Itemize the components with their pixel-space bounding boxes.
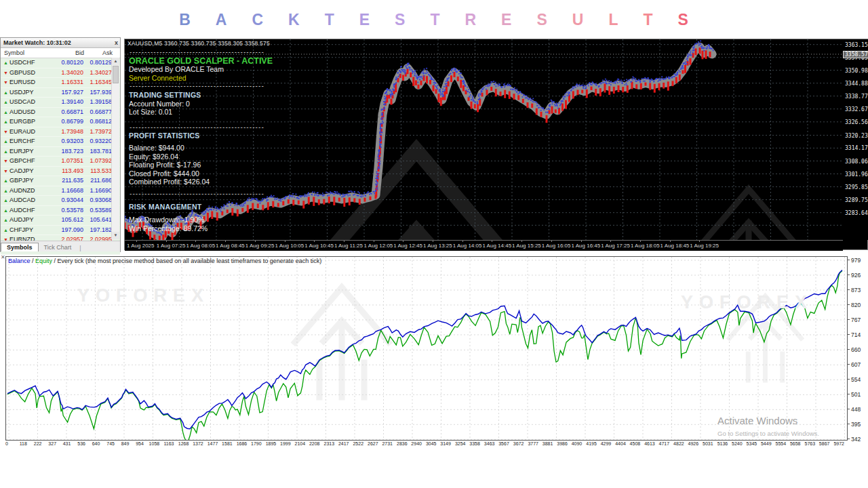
price-axis-label: 3314.17 [845, 145, 868, 151]
time-axis-label: 1 Aug 10:05 [275, 243, 304, 249]
ask-cell: 197.182 [83, 226, 113, 235]
market-watch-panel: Market Watch: 10:31:02 x Symbol Bid Ask … [0, 37, 121, 252]
price-axis-label: 3320.23 [845, 133, 868, 139]
bid-cell: 0.86799 [52, 117, 83, 127]
tester-x-label: 1477 [208, 441, 218, 446]
ea-title: ORACLE GOLD SCALPER - ACTIVE [129, 57, 273, 66]
price-chart-plot[interactable]: XAUUSD,M5 3360.735 3360.735 3358.305 335… [125, 39, 844, 240]
tester-y-label: 714 [851, 331, 861, 338]
ea-overlay-line: Closed Profit: $444.00 [129, 169, 273, 178]
tester-x-label: 4926 [688, 441, 698, 446]
table-row[interactable]: ▲AUDNZD1.166681.16690 [1, 186, 120, 197]
column-ask[interactable]: Ask [84, 48, 114, 58]
tester-x-label: 2731 [382, 441, 393, 446]
column-symbol[interactable]: Symbol [1, 48, 53, 58]
table-row[interactable]: ▼GBPCHF1.073511.07392 [1, 157, 120, 167]
tester-plot[interactable]: Balance / Equity / Every tick (the most … [5, 256, 848, 441]
scrollbar-thumb[interactable] [113, 66, 119, 83]
tester-x-label: 4508 [630, 441, 641, 446]
table-row[interactable]: ▲EURJPY183.723183.781 [1, 147, 120, 157]
arrow-down-icon: ▼ [3, 167, 9, 176]
ea-overlay-line: Balance: $944.00 [129, 144, 273, 152]
table-row[interactable]: ▲GBPJPY211.635211.686 [1, 176, 120, 186]
ea-overlay-line: Win Percentage: 89.72% [129, 224, 273, 233]
scroll-up-icon[interactable]: ▲ [112, 58, 119, 65]
time-tick [521, 241, 522, 242]
table-row[interactable]: ▲AUDJPY105.612105.641 [1, 216, 120, 226]
arrow-up-icon: ▲ [3, 58, 9, 68]
tab-tick-chart[interactable]: Tick Chart [39, 243, 77, 251]
tester-y-label: 767 [851, 317, 861, 323]
ea-overlay-line: PROFIT STATISTICS [129, 131, 273, 140]
title-letter: E [359, 11, 370, 29]
time-axis-label: 1 Aug 12:05 [364, 243, 393, 249]
ask-cell: 0.66877 [83, 108, 113, 117]
market-watch-titlebar: Market Watch: 10:31:02 x [1, 38, 120, 48]
time-axis-label: 1 Aug 16:05 [542, 243, 571, 249]
legend-separator: / [31, 258, 36, 264]
time-axis-label: 1 Aug 12:45 [393, 243, 422, 249]
tester-x-label: 1790 [251, 441, 262, 446]
title-letter: U [572, 11, 585, 29]
table-row[interactable]: ▲AUDCHF0.535780.53589 [1, 206, 120, 216]
ea-info-overlay: ----------------------------------------… [129, 48, 273, 232]
ea-overlay-line: Developed By ORACLE Team [129, 65, 273, 74]
tester-x-label: 2417 [338, 441, 349, 446]
tester-y-label: 342 [851, 436, 861, 443]
close-icon[interactable]: x [115, 38, 118, 47]
time-tick [699, 241, 700, 242]
arrow-up-icon: ▲ [3, 196, 9, 205]
backtest-results-page: BACKTESTRESULTS Market Watch: 10:31:02 x… [0, 0, 868, 488]
table-row[interactable]: ▲USDJPY157.927157.939 [1, 88, 120, 98]
symbol-cell: ▼CADJPY [1, 167, 52, 176]
price-axis-label: 3301.96 [845, 171, 868, 178]
bid-cell: 113.493 [52, 167, 83, 176]
time-axis-label: 1 Aug 08:45 [216, 243, 245, 249]
tester-close-icon[interactable]: ✕ [1, 254, 5, 260]
scroll-down-icon[interactable]: ▼ [112, 232, 119, 239]
market-watch-tabs: SymbolsTick Chart| [1, 241, 120, 251]
ask-cell: 0.53589 [83, 206, 113, 216]
time-tick [462, 241, 463, 242]
table-row[interactable]: ▲EURCHF0.932030.93220 [1, 137, 120, 147]
table-row[interactable]: ▲USDCHF0.801200.80129 [1, 58, 120, 68]
yoforex-house-watermark [295, 287, 389, 397]
yoforex-watermark-text: YOFOREX [681, 292, 813, 313]
table-row[interactable]: ▼EURUSD1.163311.16345 [1, 78, 120, 88]
tab-symbols[interactable]: Symbols [1, 243, 39, 251]
arrow-up-icon: ▲ [3, 216, 9, 225]
time-axis: 1 Aug 20251 Aug 07:251 Aug 08:051 Aug 08… [125, 240, 843, 251]
tester-x-label: 4822 [673, 441, 684, 446]
bid-cell: 0.66871 [52, 108, 83, 117]
time-axis-label: 1 Aug 16:45 [572, 243, 601, 249]
table-row[interactable]: ▲USDCAD1.391401.39158 [1, 98, 120, 108]
table-row[interactable]: ▲AUDUSD0.668710.66877 [1, 108, 120, 118]
table-row[interactable]: ▲CHFJPY197.090197.182 [1, 226, 120, 236]
table-row[interactable]: ▼EURAUD1.739481.73972 [1, 127, 120, 138]
activate-windows-subtext: Go to Settings to activate Windows. [717, 430, 819, 437]
tester-x-label: 3777 [528, 441, 538, 446]
table-row[interactable]: ▼CADJPY113.493113.533 [1, 167, 120, 177]
table-row[interactable]: ▲EURGBP0.867990.86812 [1, 117, 120, 127]
tester-x-label: 1581 [222, 441, 233, 446]
table-row[interactable]: ▲AUDCAD0.930440.93068 [1, 196, 120, 206]
title-letter: B [179, 11, 191, 29]
ea-overlay-line: ----------------------------------------… [129, 190, 273, 199]
title-letter: T [430, 11, 440, 29]
arrow-up-icon: ▲ [3, 108, 9, 117]
legend-model: Every tick (the most precise method base… [58, 258, 322, 264]
column-bid[interactable]: Bid [53, 48, 84, 58]
table-row[interactable]: ▼GBPUSD1.340201.34027 [1, 68, 120, 79]
symbol-cell: ▼EURAUD [1, 127, 52, 137]
price-axis-label: 3295.85 [845, 184, 868, 190]
tab-separator: | [77, 245, 81, 251]
bid-cell: 1.16668 [52, 186, 83, 196]
y-tick [847, 319, 850, 320]
y-tick [847, 274, 850, 275]
market-watch-scrollbar[interactable]: ▲ ▼ [111, 58, 119, 239]
tester-x-label: 2836 [397, 441, 408, 446]
bid-cell: 105.612 [52, 216, 83, 225]
y-tick [847, 424, 850, 424]
current-price-tag: 3358.57 [843, 51, 868, 58]
symbol-cell: ▲EURJPY [1, 147, 52, 157]
